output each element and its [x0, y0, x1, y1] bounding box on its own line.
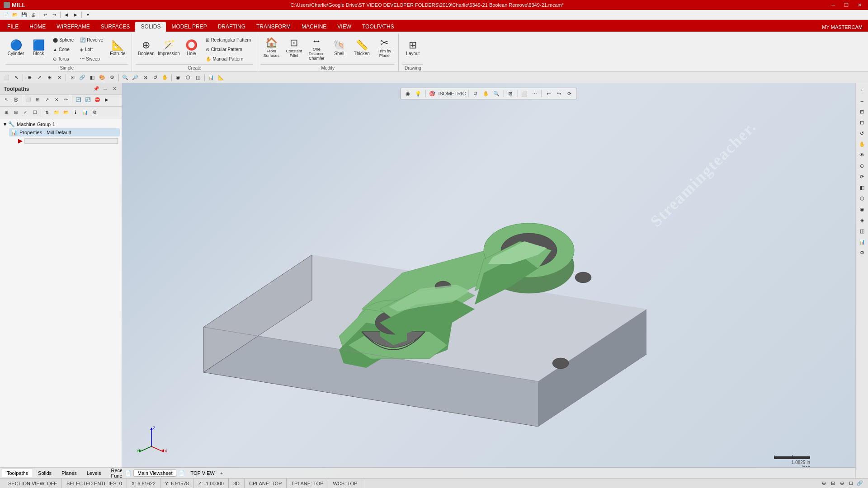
pt-collapse-button[interactable]: ⊟	[11, 108, 20, 117]
vt-redo-button[interactable]: ↪	[555, 89, 564, 98]
back-button[interactable]: ◀	[62, 11, 71, 19]
wireframe-toggle[interactable]: ⬡	[184, 73, 193, 82]
pt-regenerate-button[interactable]: 🔄	[74, 95, 83, 104]
zoom-out-button[interactable]: 🔎	[131, 73, 140, 82]
rt-section-button[interactable]: ◧	[857, 183, 867, 192]
rt-look-at-button[interactable]: 👁	[857, 150, 867, 160]
fit-button[interactable]: ⊠	[141, 73, 150, 82]
pt-property-button[interactable]: 📊	[80, 108, 90, 117]
viewport[interactable]: ◉ 💡 🎯 ISOMETRIC ↺ ✋ 🔍 ⊠ ⬜ ⋯ ↩ ↪ ⟳	[122, 83, 855, 478]
pt-settings2-button[interactable]: ⚙	[90, 108, 99, 117]
redo-button[interactable]: ↪	[50, 11, 58, 19]
select-all-button[interactable]: ⬜	[2, 73, 11, 82]
cone-button[interactable]: ▲ Cone	[51, 45, 76, 54]
panel-minimize-button[interactable]: ─	[102, 85, 109, 93]
torus-button[interactable]: ⊙ Torus	[51, 54, 76, 63]
tab-file[interactable]: FILE	[2, 22, 24, 32]
hole-button[interactable]: ⭕ Hole	[181, 34, 202, 61]
tab-transform[interactable]: TRANSFORM	[251, 22, 296, 32]
pt-check-button[interactable]: ✓	[21, 108, 30, 117]
settings-button[interactable]: ⚙	[108, 73, 117, 82]
tab-solids[interactable]: SOLIDS	[135, 22, 166, 32]
trim-by-plane-button[interactable]: ✂ Trim byPlane	[374, 34, 395, 61]
thicken-button[interactable]: 📏 Thicken	[351, 34, 372, 61]
pan-button[interactable]: ✋	[160, 73, 170, 82]
panel-close-button[interactable]: ✕	[111, 85, 118, 93]
vt-zoom-button[interactable]: 🔍	[492, 89, 501, 98]
panel-pin-button[interactable]: 📌	[93, 85, 100, 93]
rt-zoom-out-button[interactable]: –	[857, 96, 867, 106]
pt-edit-button[interactable]: ✏	[61, 95, 71, 104]
rectangular-pattern-button[interactable]: ⊞ Rectangular Pattern	[203, 35, 253, 44]
panel-tab-levels[interactable]: Levels	[82, 469, 106, 477]
rt-fit-button[interactable]: ⊞	[857, 107, 867, 117]
main-viewsheet-tab[interactable]: Main Viewsheet	[133, 469, 176, 477]
circular-pattern-button[interactable]: ⊙ Circular Pattern	[203, 45, 253, 54]
constant-fillet-button[interactable]: ⊡ ConstantFillet	[283, 34, 304, 61]
print-button[interactable]: 🖨	[29, 11, 37, 19]
tab-view[interactable]: VIEW	[332, 22, 357, 32]
tree-properties[interactable]: 📊 Properties - Mill Default	[9, 128, 120, 136]
add-viewsheet-button[interactable]: +	[220, 470, 223, 476]
pt-delete-button[interactable]: ✕	[52, 95, 61, 104]
my-mastercam-button[interactable]: MY MASTERCAM	[816, 23, 868, 32]
pt-chain-button[interactable]: ⛓	[11, 95, 20, 104]
panel-tab-solids[interactable]: Solids	[33, 469, 57, 477]
rt-zoom-window-button[interactable]: ⊡	[857, 117, 867, 127]
panel-tab-planes[interactable]: Planes	[57, 469, 82, 477]
measure-button[interactable]: 📐	[217, 73, 226, 82]
sphere-button[interactable]: ⬤ Sphere	[51, 35, 76, 44]
tab-toolpaths[interactable]: TOOLPATHS	[357, 22, 400, 32]
vt-section-button[interactable]: ⬜	[520, 89, 529, 98]
vt-orbit-button[interactable]: ↺	[471, 89, 480, 98]
delete-button[interactable]: ✕	[55, 73, 64, 82]
pt-simulate-button[interactable]: ▶	[102, 95, 111, 104]
rt-orbit-button[interactable]: ↺	[857, 128, 867, 138]
from-surfaces-button[interactable]: 🏠 FromSurfaces	[261, 34, 282, 61]
pt-select-button[interactable]: ↖	[2, 95, 11, 104]
impression-button[interactable]: 🪄 Impression	[158, 34, 179, 61]
extrude-button[interactable]: 📐 Extrude	[107, 34, 128, 61]
analysis-button[interactable]: 📊	[207, 73, 216, 82]
tab-drafting[interactable]: DRAFTING	[212, 22, 251, 32]
zoom-in-button[interactable]: 🔍	[121, 73, 130, 82]
layers-button[interactable]: ◧	[88, 73, 97, 82]
pt-move-button[interactable]: ↗	[42, 95, 52, 104]
toggle-button[interactable]: ⊕	[25, 73, 34, 82]
pt-uncheck-button[interactable]: ☐	[30, 108, 39, 117]
close-button[interactable]: ✕	[855, 2, 864, 8]
boolean-button[interactable]: ⊕ Boolean	[136, 34, 156, 61]
vt-reset-button[interactable]: ⟳	[565, 89, 574, 98]
tree-play-item[interactable]: ▶	[16, 136, 120, 145]
new-button[interactable]: 📄	[2, 11, 10, 19]
one-distance-chamfer-button[interactable]: ↔ One DistanceChamfer	[306, 34, 327, 62]
loft-button[interactable]: ◈ Loft	[78, 45, 105, 54]
pt-new-button[interactable]: ⬜	[24, 95, 33, 104]
pt-expand-button[interactable]: ⊞	[2, 108, 11, 117]
tab-machine[interactable]: MACHINE	[296, 22, 332, 32]
undo-button[interactable]: ↩	[41, 11, 49, 19]
pt-sort-button[interactable]: ⇅	[42, 108, 52, 117]
open-button[interactable]: 📂	[11, 11, 19, 19]
save-button[interactable]: 💾	[20, 11, 28, 19]
rt-wireframe-button[interactable]: ⬡	[857, 193, 867, 203]
tab-model-prep[interactable]: MODEL PREP	[166, 22, 212, 32]
restore-button[interactable]: ❐	[841, 2, 851, 8]
tab-home[interactable]: HOME	[24, 22, 51, 32]
revolve-button[interactable]: 🔄 Revolve	[78, 35, 105, 44]
block-button[interactable]: 🟦 Block	[28, 34, 49, 61]
pt-info-button[interactable]: ℹ	[71, 108, 80, 117]
status-zoom-out[interactable]: ⊖	[837, 479, 846, 488]
pt-group-button[interactable]: 📁	[52, 108, 61, 117]
move-button[interactable]: ↗	[35, 73, 44, 82]
vt-light-button[interactable]: 💡	[414, 89, 423, 98]
cylinder-button[interactable]: 🔵 Cylinder	[5, 34, 26, 61]
rt-pan-button[interactable]: ✋	[857, 139, 867, 149]
pt-regen-all-button[interactable]: 🔃	[83, 95, 92, 104]
status-zoom-in[interactable]: ⊕	[819, 479, 828, 488]
vt-shading-button[interactable]: ◉	[403, 89, 412, 98]
forward-button[interactable]: ▶	[71, 11, 80, 19]
tab-wireframe[interactable]: WIREFRAME	[51, 22, 95, 32]
top-view-tab[interactable]: TOP VIEW	[187, 470, 218, 476]
shading-button[interactable]: ◉	[174, 73, 183, 82]
